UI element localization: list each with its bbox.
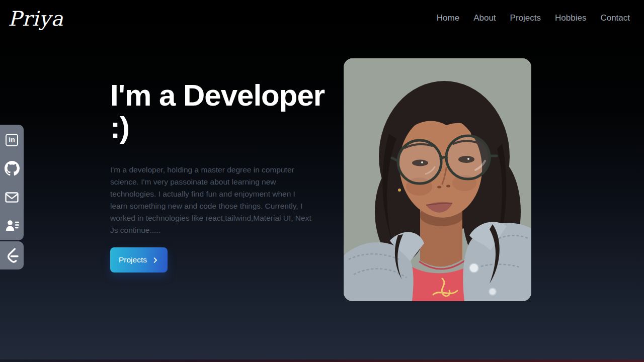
portfolio-hero-page: Priya Home About Projects Hobbies Contac… xyxy=(0,0,644,362)
hero-heading: I'm a Developer:) xyxy=(110,79,362,144)
portrait-photo xyxy=(344,58,531,301)
site-logo[interactable]: Priya xyxy=(8,8,63,29)
email-icon[interactable] xyxy=(5,190,20,205)
leetcode-icon[interactable] xyxy=(5,248,20,263)
linkedin-glyph: in xyxy=(6,134,18,146)
nav-item-projects[interactable]: Projects xyxy=(510,13,541,23)
portrait-illustration xyxy=(344,58,531,301)
github-icon[interactable] xyxy=(5,161,20,176)
contact-card-icon[interactable] xyxy=(5,218,20,233)
social-panel-extra xyxy=(0,241,24,269)
main-nav: Home About Projects Hobbies Contact xyxy=(437,13,630,23)
chevron-right-icon xyxy=(151,256,159,264)
header: Priya Home About Projects Hobbies Contac… xyxy=(0,0,644,36)
linkedin-icon[interactable]: in xyxy=(5,132,20,147)
hero-paragraph: I'm a developer, holding a master degree… xyxy=(110,164,311,236)
social-panel: in xyxy=(0,125,24,240)
bottom-section-edge xyxy=(0,359,644,362)
hero-heading-line2: :) xyxy=(110,112,362,144)
nav-item-home[interactable]: Home xyxy=(437,13,459,23)
projects-button[interactable]: Projects xyxy=(110,247,168,273)
nav-item-hobbies[interactable]: Hobbies xyxy=(555,13,586,23)
hero-heading-line1: I'm a Developer xyxy=(110,79,362,112)
nav-item-about[interactable]: About xyxy=(473,13,496,23)
nav-item-contact[interactable]: Contact xyxy=(600,13,630,23)
projects-button-label: Projects xyxy=(119,255,147,264)
social-sidebar: in xyxy=(0,125,24,269)
